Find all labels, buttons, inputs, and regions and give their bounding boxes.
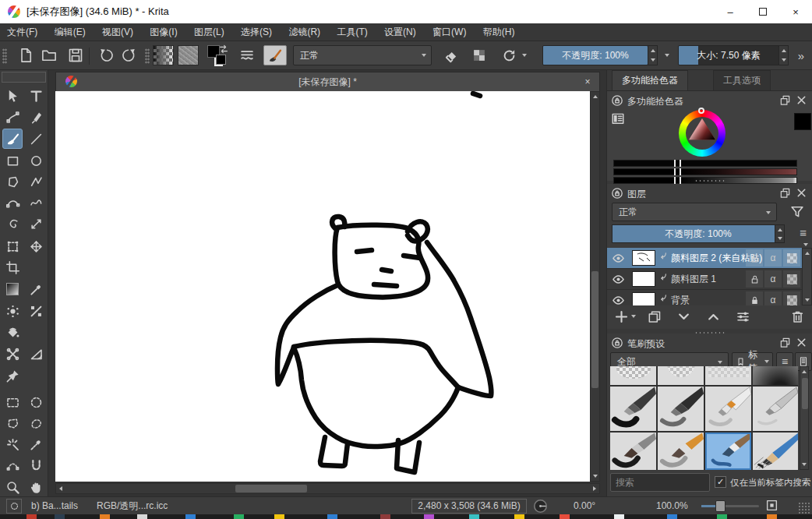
tool-zoom[interactable] xyxy=(2,477,23,497)
close-docker-icon[interactable] xyxy=(796,187,807,199)
redo-button[interactable] xyxy=(118,45,139,65)
canvas-vertical-scrollbar[interactable] xyxy=(590,91,600,482)
color-wheel[interactable] xyxy=(679,110,726,157)
brush-editor-button[interactable] xyxy=(263,45,287,65)
gradient-chooser-button[interactable] xyxy=(153,45,174,65)
layer-visibility-icon[interactable] xyxy=(612,252,625,265)
document-close-icon[interactable]: × xyxy=(581,75,595,89)
zoom-slider[interactable] xyxy=(701,505,759,507)
menu-tools[interactable]: 工具(T) xyxy=(330,23,374,41)
reload-preset-dropdown[interactable] xyxy=(519,45,530,65)
layer-visibility-icon[interactable] xyxy=(612,294,625,305)
alpha-lock-icon[interactable] xyxy=(787,253,797,263)
layer-thumbnail[interactable] xyxy=(632,292,655,305)
opacity-slider[interactable]: 不透明度: 100% xyxy=(542,45,648,65)
brush-presets-popup-button[interactable] xyxy=(237,45,257,65)
toolbar-overflow-button[interactable]: » xyxy=(793,45,809,65)
scroll-left-icon[interactable] xyxy=(56,484,65,493)
tool-rectangle[interactable] xyxy=(2,150,23,171)
delete-layer-button[interactable] xyxy=(788,307,807,326)
layer-filter-icon[interactable] xyxy=(789,204,805,220)
inherit-alpha-icon[interactable]: α xyxy=(764,249,782,267)
tool-rect-select[interactable] xyxy=(2,392,23,412)
tool-transform[interactable] xyxy=(2,236,23,256)
tool-measure[interactable] xyxy=(26,344,46,364)
brush-preset[interactable] xyxy=(610,432,656,470)
close-docker-icon[interactable] xyxy=(796,337,807,348)
tool-colorize-mask[interactable] xyxy=(2,301,23,321)
tool-crop[interactable] xyxy=(2,257,23,277)
layer-row[interactable]: 颜料图层 1 α xyxy=(607,269,802,290)
close-docker-icon[interactable] xyxy=(796,94,807,106)
move-layer-up-button[interactable] xyxy=(704,307,722,326)
docker-splitter[interactable] xyxy=(694,179,726,182)
scroll-down-icon[interactable] xyxy=(591,471,600,481)
swap-colors-icon[interactable] xyxy=(218,44,229,55)
tool-edit-shapes[interactable] xyxy=(2,107,23,127)
brush-preset[interactable] xyxy=(658,432,704,470)
layer-style-icon[interactable] xyxy=(658,251,669,261)
layer-lock-icon[interactable] xyxy=(750,295,760,305)
minimize-button[interactable]: – xyxy=(714,0,747,23)
tool-polyline[interactable] xyxy=(26,171,46,192)
tool-smart-patch[interactable] xyxy=(26,301,46,321)
menu-help[interactable]: 帮助(H) xyxy=(476,23,522,41)
current-brush-label[interactable]: b) Ba...tails xyxy=(31,497,78,514)
preserve-alpha-button[interactable] xyxy=(469,45,489,65)
brush-size-spinner[interactable] xyxy=(778,45,789,65)
image-dimensions[interactable]: 2,480 x 3,508 (34.6 MiB) xyxy=(411,499,527,514)
zoom-percentage[interactable]: 100.0% xyxy=(656,497,688,514)
open-document-button[interactable] xyxy=(39,45,59,65)
tool-freehand-brush[interactable] xyxy=(2,129,23,149)
tool-line[interactable] xyxy=(26,129,46,149)
tool-freehand-path[interactable] xyxy=(26,192,46,213)
docker-lock-icon[interactable] xyxy=(611,187,623,199)
duplicate-layer-button[interactable] xyxy=(644,307,663,326)
tool-gradient[interactable] xyxy=(2,279,23,299)
brush-preset-selected[interactable] xyxy=(705,432,751,470)
tool-move[interactable] xyxy=(26,236,46,256)
add-layer-button[interactable] xyxy=(612,307,630,326)
chevron-down-icon[interactable] xyxy=(803,243,808,246)
tool-multibrush[interactable] xyxy=(26,214,46,234)
brush-preset[interactable] xyxy=(753,366,798,385)
layer-thumbnail[interactable] xyxy=(632,250,655,266)
toolbar-grip-2[interactable] xyxy=(145,48,150,64)
pattern-chooser-button[interactable] xyxy=(178,45,199,65)
toolbar-grip[interactable] xyxy=(2,48,7,64)
close-button[interactable]: × xyxy=(779,0,812,23)
background-color-swatch[interactable] xyxy=(216,55,226,65)
brush-preset[interactable] xyxy=(705,366,751,385)
document-tab[interactable]: [未保存图像] * × xyxy=(55,72,600,91)
tab-tool-options[interactable]: 工具选项 xyxy=(713,70,771,90)
layer-lock-icon[interactable] xyxy=(750,253,760,263)
layer-style-icon[interactable] xyxy=(658,272,669,282)
layer-name[interactable]: 背景 xyxy=(671,290,690,305)
preset-search-input[interactable] xyxy=(610,473,710,492)
foreground-background-colors[interactable] xyxy=(207,45,229,66)
menu-select[interactable]: 选择(S) xyxy=(234,23,279,41)
save-button[interactable] xyxy=(65,45,86,65)
menu-edit[interactable]: 编辑(E) xyxy=(48,23,93,41)
float-docker-icon[interactable] xyxy=(779,187,791,199)
menu-filter[interactable]: 滤镜(R) xyxy=(281,23,327,41)
tool-contiguous-select[interactable] xyxy=(2,434,23,454)
layer-opacity-slider[interactable]: 不透明度: 100% xyxy=(612,224,785,243)
tool-select-shapes[interactable] xyxy=(2,86,23,106)
layer-list-scrollbar[interactable] xyxy=(802,248,812,305)
brush-preset[interactable] xyxy=(610,366,656,385)
brush-preset[interactable] xyxy=(753,432,798,470)
docker-lock-icon[interactable] xyxy=(611,94,623,107)
canvas-horizontal-scrollbar[interactable] xyxy=(55,483,600,494)
menu-view[interactable]: 视图(V) xyxy=(95,23,140,41)
tool-pan[interactable] xyxy=(26,477,46,497)
tool-bezier-select[interactable] xyxy=(2,455,23,475)
brush-preset[interactable] xyxy=(705,387,751,431)
tool-text[interactable] xyxy=(26,86,46,106)
tool-polygon-select[interactable] xyxy=(2,413,23,433)
preset-grid-scrollbar[interactable] xyxy=(800,366,809,470)
tool-calligraphy[interactable] xyxy=(26,107,46,127)
tool-reference-images[interactable] xyxy=(2,365,23,386)
color-bar-saturation[interactable] xyxy=(613,168,797,175)
maximize-button[interactable] xyxy=(747,0,779,23)
